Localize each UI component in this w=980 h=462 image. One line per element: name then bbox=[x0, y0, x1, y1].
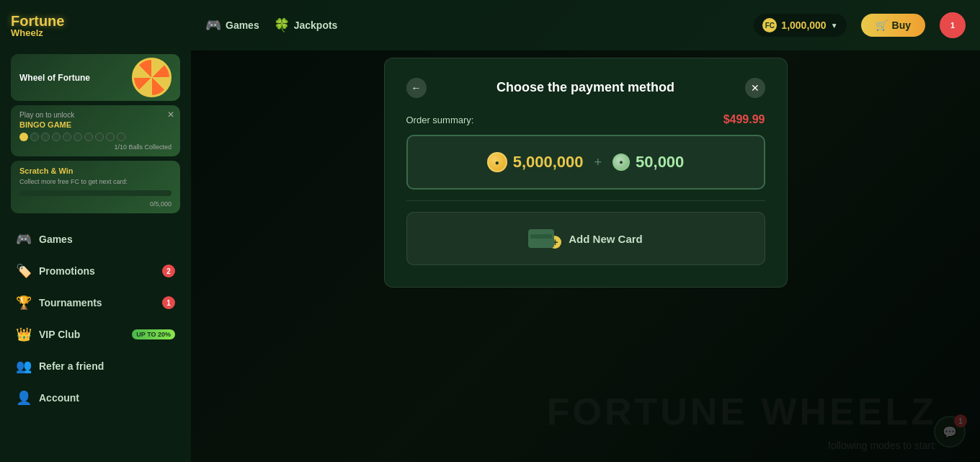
bingo-play-text: Play on to unlock bbox=[19, 111, 172, 119]
sidebar-item-account[interactable]: 👤 Account bbox=[7, 383, 184, 413]
bingo-dot-7 bbox=[84, 133, 93, 141]
modal-close-button[interactable]: ✕ bbox=[745, 78, 765, 98]
rank-badge[interactable]: 1 bbox=[940, 12, 966, 38]
main-content: FORTUNE WHEELZ following modes to start:… bbox=[191, 50, 980, 462]
bingo-dot-6 bbox=[74, 133, 82, 141]
rank-number: 1 bbox=[950, 21, 955, 30]
modal-back-button[interactable]: ← bbox=[406, 78, 427, 98]
tournaments-badge: 1 bbox=[162, 296, 175, 309]
bingo-dot-10 bbox=[117, 133, 125, 141]
modal-divider bbox=[406, 200, 765, 201]
bingo-game-name: BINGO GAME bbox=[19, 120, 172, 129]
close-x-icon: ✕ bbox=[751, 82, 760, 94]
balance-chevron-icon: ▼ bbox=[831, 22, 838, 30]
bingo-dot-8 bbox=[95, 133, 104, 141]
topnav-jackpots-icon: 🍀 bbox=[274, 17, 290, 33]
games-icon: 🎮 bbox=[16, 231, 32, 247]
order-price: $499.99 bbox=[723, 113, 765, 126]
bingo-dot-1 bbox=[19, 133, 28, 141]
sidebar-item-refer-a-friend[interactable]: 👥 Refer a friend bbox=[7, 351, 184, 381]
sidebar-item-label-games: Games bbox=[39, 234, 175, 245]
sidebar-item-tournaments[interactable]: 🏆 Tournaments 1 bbox=[7, 288, 184, 318]
silver-coin-icon: ● bbox=[612, 154, 630, 171]
bingo-dot-3 bbox=[41, 133, 50, 141]
sidebar-item-games[interactable]: 🎮 Games bbox=[7, 224, 184, 254]
buy-label: Buy bbox=[892, 19, 911, 31]
credit-card-icon bbox=[528, 229, 554, 248]
vip-up-badge: UP TO 20% bbox=[132, 329, 175, 339]
sidebar-item-label-promotions: Promotions bbox=[39, 265, 155, 277]
add-new-card-button[interactable]: + Add New Card bbox=[406, 212, 765, 265]
wheel-of-fortune-card[interactable]: Wheel of Fortune bbox=[11, 54, 180, 101]
topnav-games-icon: 🎮 bbox=[205, 17, 221, 33]
tournaments-icon: 🏆 bbox=[16, 295, 32, 311]
bingo-dot-2 bbox=[30, 133, 39, 141]
topnav-jackpots[interactable]: 🍀 Jackpots bbox=[274, 17, 338, 33]
sidebar-item-label-vip: VIP Club bbox=[39, 329, 125, 340]
buy-cart-icon: 🛒 bbox=[876, 19, 888, 31]
silver-coin-group: ● 50,000 bbox=[612, 153, 684, 172]
bingo-dot-5 bbox=[63, 133, 71, 141]
balance-icon: FC bbox=[762, 18, 777, 32]
balance-display[interactable]: FC 1,000,000 ▼ bbox=[754, 14, 846, 37]
scratch-card-desc: Collect more free FC to get next card: bbox=[19, 178, 172, 185]
promotions-badge: 2 bbox=[162, 265, 175, 277]
sidebar-item-label-tournaments: Tournaments bbox=[39, 297, 155, 308]
gold-coin-icon: ● bbox=[487, 152, 507, 172]
sidebar-item-label-refer: Refer a friend bbox=[39, 360, 175, 372]
promotions-icon: 🏷️ bbox=[16, 263, 32, 279]
sidebar: Fortune Wheelz Wheel of Fortune ✕ Play o… bbox=[0, 0, 191, 462]
promo-cards-section: Wheel of Fortune ✕ Play on to unlock BIN… bbox=[0, 50, 191, 217]
coin-separator: + bbox=[594, 155, 602, 170]
wheel-card-label: Wheel of Fortune bbox=[19, 73, 90, 83]
package-card: ● 5,000,000 + ● 50,000 bbox=[406, 135, 765, 190]
bingo-dots bbox=[19, 133, 172, 141]
wheel-icon bbox=[132, 58, 172, 97]
bingo-close-icon[interactable]: ✕ bbox=[167, 110, 174, 120]
scratch-card[interactable]: Scratch & Win Collect more free FC to ge… bbox=[11, 161, 180, 213]
modal-overlay: ← Choose the payment method ✕ Order summ… bbox=[191, 50, 980, 462]
modal-header: ← Choose the payment method ✕ bbox=[406, 80, 765, 95]
bingo-card[interactable]: ✕ Play on to unlock BINGO GAME 1/10 Ball… bbox=[11, 105, 180, 156]
buy-button[interactable]: 🛒 Buy bbox=[861, 14, 925, 37]
order-summary-row: Order summary: $499.99 bbox=[406, 113, 765, 126]
sidebar-item-vip-club[interactable]: 👑 VIP Club UP TO 20% bbox=[7, 319, 184, 350]
logo-text-line2: Wheelz bbox=[11, 28, 43, 37]
sidebar-nav: 🎮 Games 🏷️ Promotions 2 🏆 Tournaments 1 … bbox=[0, 224, 191, 413]
bingo-dot-4 bbox=[52, 133, 61, 141]
payment-modal: ← Choose the payment method ✕ Order summ… bbox=[384, 58, 788, 288]
bingo-dot-9 bbox=[106, 133, 115, 141]
scratch-progress-text: 0/5,000 bbox=[19, 200, 172, 208]
top-navigation: 🎮 Games 🍀 Jackpots FC 1,000,000 ▼ 🛒 Buy … bbox=[191, 0, 980, 50]
topnav-games-label: Games bbox=[226, 19, 259, 31]
refer-icon: 👥 bbox=[16, 358, 32, 374]
balance-amount: 1,000,000 bbox=[781, 19, 826, 31]
add-card-label: Add New Card bbox=[569, 233, 643, 245]
modal-title: Choose the payment method bbox=[496, 80, 674, 95]
topnav-jackpots-label: Jackpots bbox=[294, 19, 338, 31]
scratch-card-title: Scratch & Win bbox=[19, 166, 172, 175]
vip-icon: 👑 bbox=[16, 326, 32, 342]
order-summary-label: Order summary: bbox=[406, 115, 474, 125]
account-icon: 👤 bbox=[16, 390, 32, 406]
back-arrow-icon: ← bbox=[411, 82, 422, 94]
silver-coin-amount: 50,000 bbox=[636, 153, 684, 172]
gold-coin-group: ● 5,000,000 bbox=[487, 152, 584, 172]
sidebar-item-promotions[interactable]: 🏷️ Promotions 2 bbox=[7, 256, 184, 286]
card-icon-wrapper: + bbox=[528, 228, 561, 249]
topnav-games[interactable]: 🎮 Games bbox=[205, 17, 259, 33]
scratch-progress-bar bbox=[19, 190, 172, 196]
sidebar-item-label-account: Account bbox=[39, 392, 175, 404]
logo[interactable]: Fortune Wheelz bbox=[11, 14, 64, 37]
bingo-progress-text: 1/10 Balls Collected bbox=[19, 143, 172, 151]
gold-coin-amount: 5,000,000 bbox=[513, 153, 584, 172]
sidebar-header: Fortune Wheelz bbox=[0, 0, 191, 50]
logo-text-line1: Fortune bbox=[11, 14, 64, 28]
